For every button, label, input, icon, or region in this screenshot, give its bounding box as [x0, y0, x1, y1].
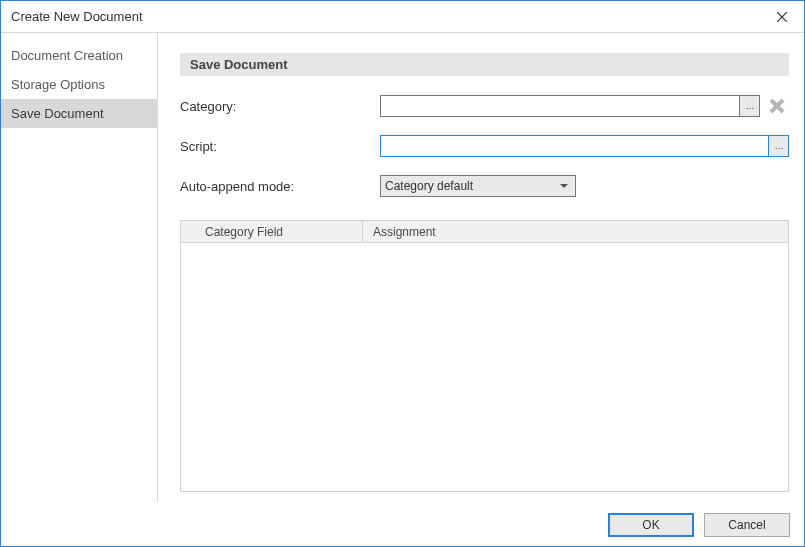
section-header: Save Document: [180, 53, 789, 76]
main-panel: Save Document Category: …: [158, 33, 804, 502]
auto-append-select[interactable]: Category default: [380, 175, 576, 197]
ok-button[interactable]: OK: [608, 513, 694, 537]
column-header-category-field[interactable]: Category Field: [181, 221, 363, 242]
titlebar: Create New Document: [1, 1, 804, 33]
table-header: Category Field Assignment: [181, 221, 788, 243]
close-icon: [777, 12, 787, 22]
dialog-footer: OK Cancel: [1, 502, 804, 546]
auto-append-field-group: Category default: [380, 175, 789, 197]
ok-button-label: OK: [642, 518, 659, 532]
sidebar-item-document-creation[interactable]: Document Creation: [1, 41, 157, 70]
category-field-group: …: [380, 95, 789, 117]
category-browse-button[interactable]: …: [740, 95, 760, 117]
sidebar-item-label: Document Creation: [11, 48, 123, 63]
dialog-create-new-document: Create New Document Document Creation St…: [0, 0, 805, 547]
sidebar: Document Creation Storage Options Save D…: [1, 33, 158, 502]
category-clear-button[interactable]: [765, 95, 789, 117]
sidebar-item-label: Save Document: [11, 106, 104, 121]
dialog-body: Document Creation Storage Options Save D…: [1, 33, 804, 502]
category-label: Category:: [180, 99, 380, 114]
sidebar-item-storage-options[interactable]: Storage Options: [1, 70, 157, 99]
close-button[interactable]: [759, 1, 804, 32]
column-header-assignment[interactable]: Assignment: [363, 221, 788, 242]
script-label: Script:: [180, 139, 380, 154]
script-field-group: …: [380, 135, 789, 157]
mapping-table: Category Field Assignment: [180, 220, 789, 492]
ellipsis-icon: …: [746, 101, 754, 111]
script-input[interactable]: [380, 135, 769, 157]
auto-append-label: Auto-append mode:: [180, 179, 380, 194]
ellipsis-icon: …: [775, 141, 783, 151]
script-browse-button[interactable]: …: [769, 135, 789, 157]
auto-append-selected-value: Category default: [385, 179, 473, 193]
cancel-button-label: Cancel: [728, 518, 765, 532]
cross-icon: [768, 97, 786, 115]
script-input-wrap: …: [380, 135, 789, 157]
table-body: [181, 243, 788, 491]
sidebar-item-label: Storage Options: [11, 77, 105, 92]
cancel-button[interactable]: Cancel: [704, 513, 790, 537]
category-input-wrap: …: [380, 95, 760, 117]
row-category: Category: …: [180, 94, 789, 118]
sidebar-item-save-document[interactable]: Save Document: [1, 99, 157, 128]
row-auto-append: Auto-append mode: Category default: [180, 174, 789, 198]
category-input[interactable]: [380, 95, 740, 117]
row-script: Script: …: [180, 134, 789, 158]
dialog-title: Create New Document: [11, 9, 759, 24]
